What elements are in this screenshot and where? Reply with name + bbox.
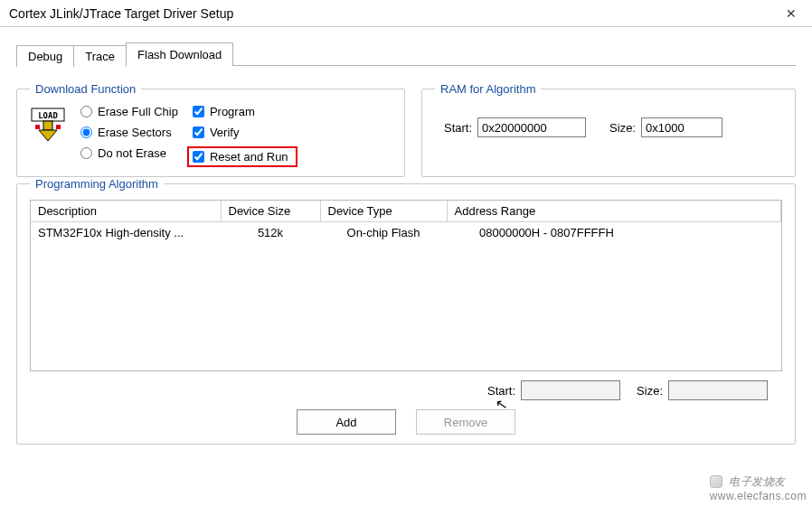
svg-rect-5 <box>56 125 61 129</box>
add-button[interactable]: Add <box>297 409 396 435</box>
window-title: Cortex JLink/JTrace Target Driver Setup <box>9 6 770 21</box>
group-download-function: Download Function LOAD Erase Fu <box>16 82 405 177</box>
col-address-range[interactable]: Address Range <box>447 201 781 222</box>
input-alg-size <box>668 380 768 400</box>
legend-download-function: Download Function <box>30 82 141 96</box>
label-ram-start: Start: <box>444 121 472 135</box>
titlebar: Cortex JLink/JTrace Target Driver Setup … <box>0 0 812 27</box>
group-ram-for-algorithm: RAM for Algorithm Start: Size: <box>421 82 796 177</box>
tab-strip: Debug Trace Flash Download <box>16 42 796 65</box>
watermark: 电子发烧友 www.elecfans.com <box>710 474 807 502</box>
checkbox-program[interactable]: Program <box>193 105 297 118</box>
algorithm-table[interactable]: Description Device Size Device Type Addr… <box>30 200 782 371</box>
tab-flash-download[interactable]: Flash Download <box>126 42 233 66</box>
col-device-size[interactable]: Device Size <box>221 201 320 222</box>
highlight-reset-and-run: Reset and Run <box>187 146 297 167</box>
input-ram-start[interactable] <box>477 117 586 137</box>
table-row[interactable]: STM32F10x High-density ... 512k On-chip … <box>31 222 781 244</box>
legend-programming-algorithm: Programming Algorithm <box>30 177 164 191</box>
close-icon[interactable]: ✕ <box>770 0 812 27</box>
load-icon: LOAD <box>30 107 66 143</box>
svg-rect-4 <box>35 125 40 129</box>
label-ram-size: Size: <box>609 121 636 135</box>
checkbox-reset-and-run[interactable]: Reset and Run <box>193 150 288 164</box>
watermark-logo-icon <box>710 475 722 488</box>
input-alg-start <box>521 380 620 400</box>
group-programming-algorithm: Programming Algorithm Description Device… <box>16 177 796 445</box>
input-ram-size[interactable] <box>641 117 722 137</box>
table-header-row: Description Device Size Device Type Addr… <box>31 201 781 222</box>
svg-marker-3 <box>39 130 57 141</box>
label-alg-start: Start: <box>487 384 515 398</box>
svg-text:LOAD: LOAD <box>38 111 58 120</box>
tab-trace[interactable]: Trace <box>73 45 127 67</box>
radio-erase-full-chip[interactable]: Erase Full Chip <box>80 105 178 118</box>
radio-erase-sectors[interactable]: Erase Sectors <box>80 126 178 139</box>
col-device-type[interactable]: Device Type <box>320 201 447 222</box>
legend-ram-for-algorithm: RAM for Algorithm <box>435 82 541 96</box>
svg-rect-2 <box>43 121 52 130</box>
radio-do-not-erase[interactable]: Do not Erase <box>80 146 178 160</box>
remove-button[interactable]: Remove <box>416 409 515 435</box>
tab-debug[interactable]: Debug <box>16 45 74 67</box>
col-description[interactable]: Description <box>31 201 221 222</box>
checkbox-verify[interactable]: Verify <box>193 126 297 139</box>
label-alg-size: Size: <box>637 384 663 398</box>
